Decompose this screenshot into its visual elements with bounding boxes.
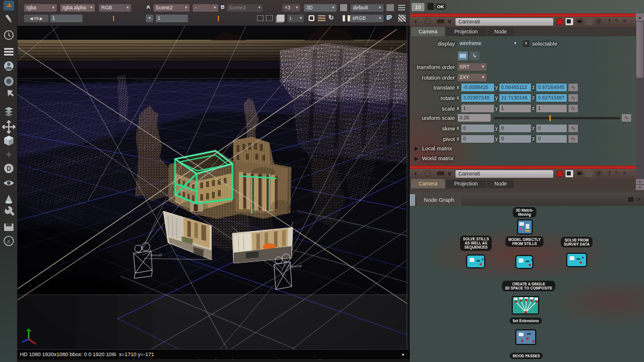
- svg-text:Camera9: Camera9: [149, 253, 162, 257]
- svg-text:D: D: [6, 166, 11, 172]
- svg-text:♬: ♬: [6, 239, 12, 244]
- svg-text:Camera8: Camera8: [289, 264, 302, 268]
